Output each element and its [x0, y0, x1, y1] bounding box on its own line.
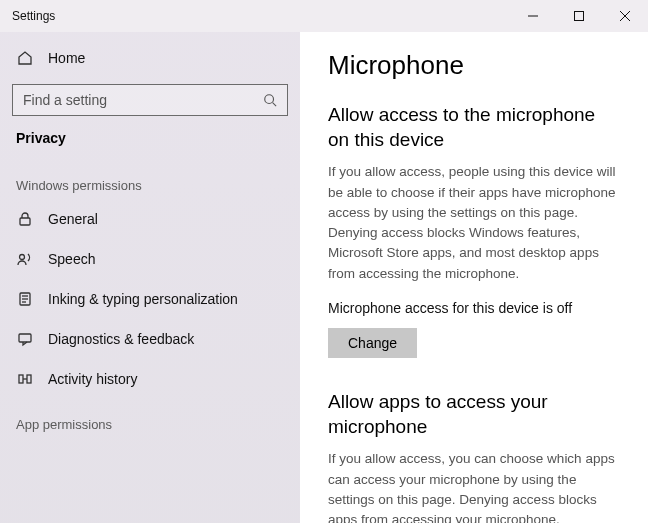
sidebar-item-label: Diagnostics & feedback — [48, 331, 194, 347]
speech-icon — [16, 250, 34, 268]
sidebar-item-label: Inking & typing personalization — [48, 291, 238, 307]
sidebar-category[interactable]: Privacy — [0, 122, 300, 160]
sidebar-item-label: Activity history — [48, 371, 137, 387]
window-title: Settings — [12, 9, 55, 23]
close-button[interactable] — [602, 0, 648, 32]
mic-access-status: Microphone access for this device is off — [328, 300, 620, 316]
sidebar-group-header: Windows permissions — [0, 160, 300, 199]
section-title: Allow apps to access your microphone — [328, 390, 620, 439]
section-description: If you allow access, you can choose whic… — [328, 449, 620, 523]
sidebar-item-home[interactable]: Home — [0, 38, 300, 78]
sidebar-item-inking[interactable]: Inking & typing personalization — [0, 279, 300, 319]
svg-line-5 — [273, 103, 277, 107]
svg-point-7 — [20, 255, 25, 260]
sidebar-item-general[interactable]: General — [0, 199, 300, 239]
titlebar: Settings — [0, 0, 648, 32]
svg-rect-13 — [19, 375, 23, 383]
lock-icon — [16, 210, 34, 228]
clipboard-icon — [16, 290, 34, 308]
feedback-icon — [16, 330, 34, 348]
sidebar-item-activity[interactable]: Activity history — [0, 359, 300, 399]
window-controls — [510, 0, 648, 32]
main-content: Microphone Allow access to the microphon… — [300, 32, 648, 523]
section-title: Allow access to the microphone on this d… — [328, 103, 620, 152]
svg-rect-6 — [20, 218, 30, 225]
history-icon — [16, 370, 34, 388]
svg-point-4 — [265, 95, 274, 104]
sidebar-item-label: General — [48, 211, 98, 227]
svg-rect-1 — [575, 12, 584, 21]
sidebar-item-diagnostics[interactable]: Diagnostics & feedback — [0, 319, 300, 359]
sidebar-item-speech[interactable]: Speech — [0, 239, 300, 279]
search-field[interactable] — [23, 92, 263, 108]
svg-rect-12 — [19, 334, 31, 342]
svg-rect-14 — [27, 375, 31, 383]
sidebar-item-label: Home — [48, 50, 85, 66]
sidebar-group-header: App permissions — [0, 399, 300, 438]
sidebar: Home Privacy Windows permissions General — [0, 32, 300, 523]
change-button[interactable]: Change — [328, 328, 417, 358]
maximize-button[interactable] — [556, 0, 602, 32]
home-icon — [16, 49, 34, 67]
sidebar-item-label: Speech — [48, 251, 95, 267]
page-title: Microphone — [328, 50, 620, 81]
section-description: If you allow access, people using this d… — [328, 162, 620, 284]
search-input[interactable] — [12, 84, 288, 116]
minimize-button[interactable] — [510, 0, 556, 32]
search-icon — [263, 93, 277, 107]
